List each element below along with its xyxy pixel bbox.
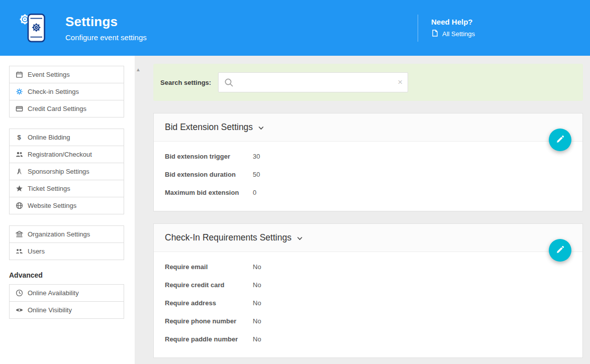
sidebar-item-online-visibility[interactable]: Online Visibility [9, 301, 124, 319]
sidebar-item-check-in-settings[interactable]: Check-in Settings [9, 83, 124, 100]
sidebar-item-label: Ticket Settings [28, 185, 70, 192]
bid-extension-settings-card: Bid Extension Settings Bid extension tri… [153, 113, 583, 211]
sidebar-item-users[interactable]: Users [9, 242, 124, 260]
setting-row: Bid extension trigger 30 [165, 152, 571, 162]
sidebar-item-ticket-settings[interactable]: Ticket Settings [9, 180, 124, 197]
sidebar-item-organization-settings[interactable]: Organization Settings [9, 225, 124, 243]
sidebar-item-label: Credit Card Settings [28, 105, 86, 112]
setting-value: No [253, 298, 261, 308]
sidebar-item-event-settings[interactable]: Event Settings [9, 66, 124, 83]
edit-bid-extension-button[interactable] [549, 129, 571, 151]
check-in-requirements-card: Check-In Requirements Settings Require e… [153, 223, 583, 358]
sidebar-group-organization: Organization Settings Users [9, 225, 124, 260]
check-in-requirements-card-header[interactable]: Check-In Requirements Settings [154, 224, 582, 252]
clear-search-icon[interactable]: × [398, 78, 403, 86]
settings-main: Search settings: × Bid Extension Setting… [135, 56, 590, 364]
calendar-icon [15, 71, 23, 79]
search-input[interactable] [219, 73, 408, 92]
setting-row: Bid extension duration 50 [165, 170, 571, 180]
setting-value: No [253, 280, 261, 290]
pencil-icon [556, 246, 564, 256]
setting-label: Require credit card [165, 280, 253, 290]
setting-value: 30 [253, 152, 260, 162]
users-icon [15, 248, 23, 256]
search-icon [224, 78, 234, 87]
setting-value: No [253, 262, 261, 272]
sidebar-group-commerce: $ Online Bidding Registration/Checkout S… [9, 129, 124, 214]
search-panel: Search settings: × [153, 64, 583, 101]
app-logo-icon [18, 12, 47, 45]
sidebar-item-label: Organization Settings [28, 230, 90, 238]
sidebar-item-label: Online Visibility [28, 306, 72, 314]
setting-row: Require phone number No [165, 316, 571, 326]
ribbon-icon [15, 168, 23, 176]
setting-row: Maximum bid extension 0 [165, 188, 571, 198]
setting-label: Require address [165, 298, 253, 308]
credit-card-icon [15, 105, 23, 113]
sidebar-item-label: Event Settings [28, 71, 70, 78]
eye-icon [15, 306, 23, 314]
pencil-icon [556, 135, 564, 145]
sidebar-item-label: Users [28, 248, 45, 255]
sidebar-item-online-availability[interactable]: Online Availability [9, 284, 124, 302]
setting-label: Require paddle number [165, 334, 253, 344]
setting-row: Require email No [165, 262, 571, 272]
app-header: Settings Configure event settings Need H… [0, 0, 590, 56]
sidebar-item-label: Sponsorship Settings [28, 168, 89, 175]
search-box: × [218, 72, 408, 92]
card-body: Bid extension trigger 30 Bid extension d… [154, 142, 582, 211]
bank-icon [15, 230, 23, 238]
setting-label: Bid extension trigger [165, 152, 253, 162]
sidebar-item-label: Check-in Settings [28, 88, 79, 95]
page-title: Settings [65, 14, 147, 30]
sidebar-item-online-bidding[interactable]: $ Online Bidding [9, 129, 124, 146]
settings-sidebar: Event Settings Check-in Settings Credit … [0, 56, 135, 364]
globe-icon [15, 202, 23, 210]
sidebar-item-registration-checkout[interactable]: Registration/Checkout [9, 146, 124, 163]
gear-icon [15, 88, 23, 96]
setting-label: Require phone number [165, 316, 253, 326]
sidebar-item-label: Registration/Checkout [28, 151, 92, 158]
sidebar-item-credit-card-settings[interactable]: Credit Card Settings [9, 100, 124, 117]
page-subtitle: Configure event settings [65, 33, 147, 42]
sidebar-item-sponsorship-settings[interactable]: Sponsorship Settings [9, 163, 124, 180]
help-panel: Need Help? All Settings [418, 15, 590, 42]
setting-label: Bid extension duration [165, 170, 253, 180]
dollar-icon: $ [15, 134, 23, 142]
setting-row: Require paddle number No [165, 334, 571, 344]
all-settings-link[interactable]: All Settings [442, 30, 475, 38]
chevron-down-icon [258, 122, 264, 133]
need-help-label: Need Help? [431, 18, 590, 26]
chevron-down-icon [297, 232, 303, 243]
sidebar-item-website-settings[interactable]: Website Settings [9, 197, 124, 214]
setting-value: 50 [253, 170, 260, 180]
setting-label: Require email [165, 262, 253, 272]
setting-row: Require address No [165, 298, 571, 308]
people-icon [15, 151, 23, 159]
sidebar-item-label: Online Bidding [28, 134, 70, 141]
card-title: Check-In Requirements Settings [165, 232, 291, 243]
sidebar-group-advanced: Online Availability Online Visibility [9, 284, 124, 319]
setting-value: No [253, 334, 261, 344]
sidebar-group-event: Event Settings Check-in Settings Credit … [9, 66, 124, 117]
setting-row: Require credit card No [165, 280, 571, 290]
bid-extension-card-header[interactable]: Bid Extension Settings [154, 113, 582, 142]
card-title: Bid Extension Settings [165, 122, 253, 133]
setting-label: Maximum bid extension [165, 188, 253, 198]
card-body: Require email No Require credit card No … [154, 252, 582, 357]
search-label: Search settings: [160, 79, 211, 86]
setting-value: 0 [253, 188, 256, 198]
collapse-sidebar-icon[interactable]: ▲ [136, 67, 141, 72]
clock-icon [15, 289, 23, 297]
setting-value: No [253, 316, 261, 326]
edit-check-in-requirements-button[interactable] [549, 239, 571, 262]
sidebar-item-label: Website Settings [28, 202, 76, 209]
star-icon [15, 185, 23, 193]
advanced-section-label: Advanced [9, 271, 135, 279]
sidebar-item-label: Online Availability [28, 289, 79, 297]
document-icon [432, 30, 438, 39]
